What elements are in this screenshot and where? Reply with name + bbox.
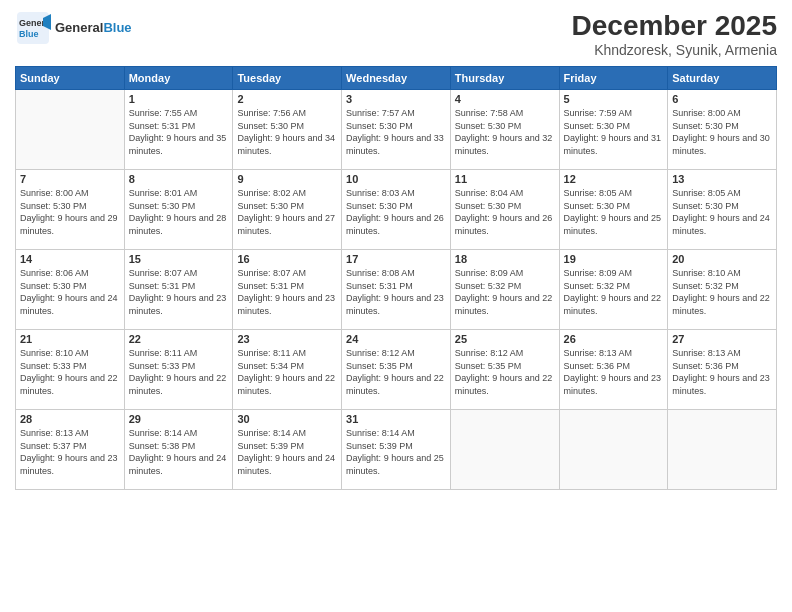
- day-info: Sunrise: 8:14 AM Sunset: 5:39 PM Dayligh…: [237, 427, 337, 477]
- table-row: [668, 410, 777, 490]
- table-row: 15Sunrise: 8:07 AM Sunset: 5:31 PM Dayli…: [124, 250, 233, 330]
- day-number: 26: [564, 333, 664, 345]
- day-info: Sunrise: 8:13 AM Sunset: 5:36 PM Dayligh…: [672, 347, 772, 397]
- day-number: 10: [346, 173, 446, 185]
- day-info: Sunrise: 8:06 AM Sunset: 5:30 PM Dayligh…: [20, 267, 120, 317]
- day-number: 19: [564, 253, 664, 265]
- col-saturday: Saturday: [668, 67, 777, 90]
- day-info: Sunrise: 8:14 AM Sunset: 5:38 PM Dayligh…: [129, 427, 229, 477]
- day-number: 30: [237, 413, 337, 425]
- day-info: Sunrise: 8:05 AM Sunset: 5:30 PM Dayligh…: [564, 187, 664, 237]
- day-number: 27: [672, 333, 772, 345]
- day-number: 24: [346, 333, 446, 345]
- title-area: December 2025 Khndzoresk, Syunik, Armeni…: [572, 10, 777, 58]
- day-number: 2: [237, 93, 337, 105]
- table-row: 13Sunrise: 8:05 AM Sunset: 5:30 PM Dayli…: [668, 170, 777, 250]
- day-number: 29: [129, 413, 229, 425]
- calendar-week-row: 14Sunrise: 8:06 AM Sunset: 5:30 PM Dayli…: [16, 250, 777, 330]
- calendar-week-row: 1Sunrise: 7:55 AM Sunset: 5:31 PM Daylig…: [16, 90, 777, 170]
- day-info: Sunrise: 8:00 AM Sunset: 5:30 PM Dayligh…: [672, 107, 772, 157]
- table-row: 20Sunrise: 8:10 AM Sunset: 5:32 PM Dayli…: [668, 250, 777, 330]
- logo: General Blue GeneralBlue: [15, 10, 132, 46]
- table-row: 31Sunrise: 8:14 AM Sunset: 5:39 PM Dayli…: [342, 410, 451, 490]
- svg-rect-0: [17, 12, 49, 44]
- day-number: 9: [237, 173, 337, 185]
- table-row: 7Sunrise: 8:00 AM Sunset: 5:30 PM Daylig…: [16, 170, 125, 250]
- day-number: 16: [237, 253, 337, 265]
- day-info: Sunrise: 8:11 AM Sunset: 5:33 PM Dayligh…: [129, 347, 229, 397]
- day-number: 22: [129, 333, 229, 345]
- day-number: 5: [564, 93, 664, 105]
- logo-blue: Blue: [103, 20, 131, 35]
- table-row: 18Sunrise: 8:09 AM Sunset: 5:32 PM Dayli…: [450, 250, 559, 330]
- calendar-header-row: Sunday Monday Tuesday Wednesday Thursday…: [16, 67, 777, 90]
- table-row: 12Sunrise: 8:05 AM Sunset: 5:30 PM Dayli…: [559, 170, 668, 250]
- col-monday: Monday: [124, 67, 233, 90]
- table-row: 24Sunrise: 8:12 AM Sunset: 5:35 PM Dayli…: [342, 330, 451, 410]
- location-subtitle: Khndzoresk, Syunik, Armenia: [572, 42, 777, 58]
- table-row: 28Sunrise: 8:13 AM Sunset: 5:37 PM Dayli…: [16, 410, 125, 490]
- day-number: 11: [455, 173, 555, 185]
- table-row: 25Sunrise: 8:12 AM Sunset: 5:35 PM Dayli…: [450, 330, 559, 410]
- day-info: Sunrise: 8:07 AM Sunset: 5:31 PM Dayligh…: [129, 267, 229, 317]
- day-info: Sunrise: 8:12 AM Sunset: 5:35 PM Dayligh…: [346, 347, 446, 397]
- col-tuesday: Tuesday: [233, 67, 342, 90]
- calendar-week-row: 21Sunrise: 8:10 AM Sunset: 5:33 PM Dayli…: [16, 330, 777, 410]
- table-row: 4Sunrise: 7:58 AM Sunset: 5:30 PM Daylig…: [450, 90, 559, 170]
- day-info: Sunrise: 8:08 AM Sunset: 5:31 PM Dayligh…: [346, 267, 446, 317]
- table-row: 2Sunrise: 7:56 AM Sunset: 5:30 PM Daylig…: [233, 90, 342, 170]
- table-row: 11Sunrise: 8:04 AM Sunset: 5:30 PM Dayli…: [450, 170, 559, 250]
- day-info: Sunrise: 7:56 AM Sunset: 5:30 PM Dayligh…: [237, 107, 337, 157]
- calendar-table: Sunday Monday Tuesday Wednesday Thursday…: [15, 66, 777, 490]
- table-row: 3Sunrise: 7:57 AM Sunset: 5:30 PM Daylig…: [342, 90, 451, 170]
- table-row: 26Sunrise: 8:13 AM Sunset: 5:36 PM Dayli…: [559, 330, 668, 410]
- day-info: Sunrise: 8:01 AM Sunset: 5:30 PM Dayligh…: [129, 187, 229, 237]
- table-row: [16, 90, 125, 170]
- svg-text:Blue: Blue: [19, 29, 39, 39]
- day-info: Sunrise: 7:57 AM Sunset: 5:30 PM Dayligh…: [346, 107, 446, 157]
- day-info: Sunrise: 8:13 AM Sunset: 5:36 PM Dayligh…: [564, 347, 664, 397]
- calendar-container: General Blue GeneralBlue December 2025 K…: [0, 0, 792, 612]
- day-number: 31: [346, 413, 446, 425]
- table-row: 1Sunrise: 7:55 AM Sunset: 5:31 PM Daylig…: [124, 90, 233, 170]
- day-number: 21: [20, 333, 120, 345]
- table-row: [559, 410, 668, 490]
- day-info: Sunrise: 8:11 AM Sunset: 5:34 PM Dayligh…: [237, 347, 337, 397]
- month-title: December 2025: [572, 10, 777, 42]
- col-thursday: Thursday: [450, 67, 559, 90]
- day-info: Sunrise: 8:07 AM Sunset: 5:31 PM Dayligh…: [237, 267, 337, 317]
- day-number: 20: [672, 253, 772, 265]
- day-number: 28: [20, 413, 120, 425]
- day-number: 12: [564, 173, 664, 185]
- day-number: 18: [455, 253, 555, 265]
- table-row: 23Sunrise: 8:11 AM Sunset: 5:34 PM Dayli…: [233, 330, 342, 410]
- logo-general: General: [55, 20, 103, 35]
- day-number: 4: [455, 93, 555, 105]
- table-row: 10Sunrise: 8:03 AM Sunset: 5:30 PM Dayli…: [342, 170, 451, 250]
- table-row: 14Sunrise: 8:06 AM Sunset: 5:30 PM Dayli…: [16, 250, 125, 330]
- day-info: Sunrise: 8:10 AM Sunset: 5:32 PM Dayligh…: [672, 267, 772, 317]
- day-info: Sunrise: 8:14 AM Sunset: 5:39 PM Dayligh…: [346, 427, 446, 477]
- table-row: 5Sunrise: 7:59 AM Sunset: 5:30 PM Daylig…: [559, 90, 668, 170]
- day-info: Sunrise: 8:09 AM Sunset: 5:32 PM Dayligh…: [564, 267, 664, 317]
- day-number: 7: [20, 173, 120, 185]
- day-number: 1: [129, 93, 229, 105]
- day-number: 3: [346, 93, 446, 105]
- day-number: 14: [20, 253, 120, 265]
- day-info: Sunrise: 8:05 AM Sunset: 5:30 PM Dayligh…: [672, 187, 772, 237]
- day-number: 8: [129, 173, 229, 185]
- table-row: 21Sunrise: 8:10 AM Sunset: 5:33 PM Dayli…: [16, 330, 125, 410]
- day-number: 13: [672, 173, 772, 185]
- table-row: 17Sunrise: 8:08 AM Sunset: 5:31 PM Dayli…: [342, 250, 451, 330]
- col-sunday: Sunday: [16, 67, 125, 90]
- calendar-week-row: 7Sunrise: 8:00 AM Sunset: 5:30 PM Daylig…: [16, 170, 777, 250]
- table-row: 8Sunrise: 8:01 AM Sunset: 5:30 PM Daylig…: [124, 170, 233, 250]
- table-row: 19Sunrise: 8:09 AM Sunset: 5:32 PM Dayli…: [559, 250, 668, 330]
- day-info: Sunrise: 8:03 AM Sunset: 5:30 PM Dayligh…: [346, 187, 446, 237]
- table-row: 16Sunrise: 8:07 AM Sunset: 5:31 PM Dayli…: [233, 250, 342, 330]
- table-row: 22Sunrise: 8:11 AM Sunset: 5:33 PM Dayli…: [124, 330, 233, 410]
- day-info: Sunrise: 8:00 AM Sunset: 5:30 PM Dayligh…: [20, 187, 120, 237]
- table-row: 29Sunrise: 8:14 AM Sunset: 5:38 PM Dayli…: [124, 410, 233, 490]
- day-info: Sunrise: 7:58 AM Sunset: 5:30 PM Dayligh…: [455, 107, 555, 157]
- table-row: [450, 410, 559, 490]
